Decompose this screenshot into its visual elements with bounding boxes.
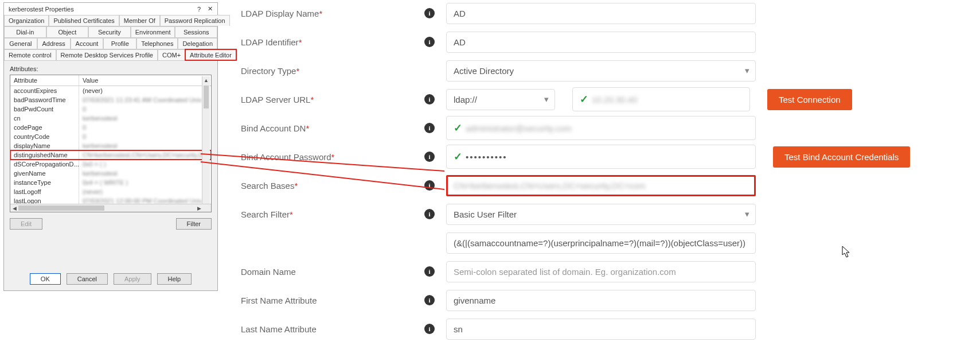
tab-telephones[interactable]: Telephones [136, 38, 178, 49]
attr-value: 0x4 = ( WRITE ) [79, 178, 211, 187]
hscroll-thumb[interactable] [18, 205, 104, 211]
cancel-button[interactable]: Cancel [67, 273, 108, 285]
search-filter-label: Search Filter [241, 209, 290, 219]
scroll-left-icon[interactable]: ◀ [10, 204, 18, 212]
table-row[interactable]: cnkerberostest [10, 114, 211, 123]
tab-address[interactable]: Address [37, 38, 71, 49]
domain-label: Domain Name [241, 267, 296, 277]
info-icon[interactable]: i [424, 295, 435, 305]
search-bases-input[interactable]: CN=kerberostest,CN=Users,DC=security,DC=… [446, 175, 756, 196]
dialog-title-text: kerberostest Properties [9, 6, 74, 13]
table-row[interactable]: givenNamekerberostest [10, 169, 211, 178]
tab-attribute-editor[interactable]: Attribute Editor [185, 49, 236, 60]
search-filter-select[interactable]: Basic User Filter [446, 204, 756, 225]
tab-delegation[interactable]: Delegation [178, 38, 217, 49]
info-icon[interactable]: i [424, 266, 435, 277]
info-icon[interactable]: i [424, 209, 435, 219]
info-icon[interactable]: i [424, 180, 435, 191]
table-row[interactable]: displayNamekerberostest [10, 141, 211, 150]
attr-name: badPasswordTime [10, 95, 79, 104]
test-connection-button[interactable]: Test Connection [767, 89, 852, 110]
first-name-label: First Name Attribute [241, 296, 317, 305]
info-icon[interactable]: i [424, 37, 435, 47]
tab-published-certificates[interactable]: Published Certificates [49, 15, 119, 26]
mouse-cursor-icon [842, 246, 851, 261]
attr-name: badPwdCount [10, 104, 79, 114]
info-icon[interactable]: i [424, 123, 435, 133]
vertical-scrollbar[interactable]: ▲ ▼ [202, 76, 210, 211]
tab-remote-control[interactable]: Remote control [4, 49, 56, 60]
attr-name: codePage [10, 123, 79, 132]
tab-security[interactable]: Security [88, 26, 131, 37]
help-icon[interactable]: ? [197, 6, 201, 13]
attr-value: 0x0 = ( ) [79, 160, 211, 169]
domain-input[interactable]: Semi-colon separated list of domain. Eg.… [446, 261, 756, 282]
bind-dn-input[interactable]: ✓administrator@security.com [446, 116, 756, 140]
edit-button[interactable]: Edit [10, 218, 42, 230]
tab-com+[interactable]: COM+ [158, 49, 185, 60]
table-row[interactable]: lastLogoff(never) [10, 187, 211, 196]
ldap-display-input[interactable]: AD [446, 3, 756, 24]
info-icon[interactable]: i [424, 152, 435, 162]
tab-organization[interactable]: Organization [4, 15, 49, 26]
col-attribute[interactable]: Attribute [10, 75, 79, 86]
table-row[interactable]: instanceType0x4 = ( WRITE ) [10, 178, 211, 187]
ok-button[interactable]: OK [30, 273, 61, 285]
tab-environment[interactable]: Environment [131, 26, 175, 37]
tab-profile[interactable]: Profile [103, 38, 136, 49]
table-row[interactable]: distinguishedNameCN=kerberostest,CN=User… [10, 150, 211, 160]
info-icon[interactable]: i [424, 94, 435, 104]
attributes-table: Attribute Value accountExpires(never)bad… [10, 75, 212, 212]
tab-password-replication[interactable]: Password Replication [160, 15, 230, 26]
scroll-right-icon[interactable]: ▶ [195, 204, 203, 212]
dialog-titlebar: kerberostest Properties ? ✕ [4, 3, 217, 15]
horizontal-scrollbar[interactable]: ◀ ▶ [10, 204, 211, 212]
table-row[interactable]: countryCode0 [10, 132, 211, 141]
attr-value: 0 [79, 123, 211, 132]
tab-account[interactable]: Account [71, 38, 104, 49]
dir-type-select[interactable]: Active Directory [446, 60, 756, 82]
tab-dial-in[interactable]: Dial-in [4, 26, 46, 37]
info-icon[interactable]: i [424, 324, 435, 334]
bind-pw-input[interactable]: ✓•••••••••• [446, 145, 756, 169]
last-name-label: Last Name Attribute [241, 324, 317, 334]
server-host-input[interactable]: ✓10.20.30.40 [572, 87, 750, 111]
first-name-input[interactable]: givenname [446, 290, 756, 311]
search-bases-label: Search Bases [241, 181, 294, 191]
table-row[interactable]: codePage0 [10, 123, 211, 132]
table-row[interactable]: dSCorePropagationD...0x0 = ( ) [10, 160, 211, 169]
attr-value: kerberostest [79, 141, 211, 150]
checkmark-icon: ✓ [454, 122, 462, 134]
scroll-up-icon[interactable]: ▲ [202, 76, 210, 84]
ldap-id-input[interactable]: AD [446, 32, 756, 53]
filter-button[interactable]: Filter [176, 218, 212, 230]
tab-remote-desktop-services-profile[interactable]: Remote Desktop Services Profile [56, 49, 158, 60]
table-row[interactable]: accountExpires(never) [10, 86, 211, 95]
checkmark-icon: ✓ [580, 94, 588, 105]
attributes-label: Attributes: [10, 65, 212, 72]
last-name-input[interactable]: sn [446, 319, 756, 340]
table-row[interactable]: badPasswordTime07/03/2021 11:23:41 AM Co… [10, 95, 211, 104]
close-icon[interactable]: ✕ [208, 5, 213, 13]
attr-value: 07/03/2021 11:23:41 AM Coordinated Univ [79, 95, 211, 104]
attr-name: cn [10, 114, 79, 123]
tab-object[interactable]: Object [46, 26, 89, 37]
help-button[interactable]: Help [157, 273, 192, 285]
col-value[interactable]: Value [79, 75, 211, 86]
attr-value: (never) [79, 86, 211, 95]
attr-name: displayName [10, 141, 79, 150]
tab-sessions[interactable]: Sessions [175, 26, 217, 37]
apply-button[interactable]: Apply [114, 273, 151, 285]
scroll-thumb[interactable] [204, 86, 209, 108]
url-scheme-select[interactable]: ldap:// [446, 89, 555, 110]
attr-value: 0 [79, 132, 211, 141]
table-row[interactable]: badPwdCount0 [10, 104, 211, 114]
attr-value: (never) [79, 187, 211, 196]
info-icon[interactable]: i [424, 8, 435, 18]
attr-name: distinguishedName [10, 150, 79, 160]
tab-general[interactable]: General [4, 38, 37, 49]
test-bind-button[interactable]: Test Bind Account Credentials [773, 146, 910, 168]
tab-member-of[interactable]: Member Of [119, 15, 160, 26]
attr-value: 0 [79, 104, 211, 114]
bind-dn-label: Bind Account DN [241, 123, 306, 133]
